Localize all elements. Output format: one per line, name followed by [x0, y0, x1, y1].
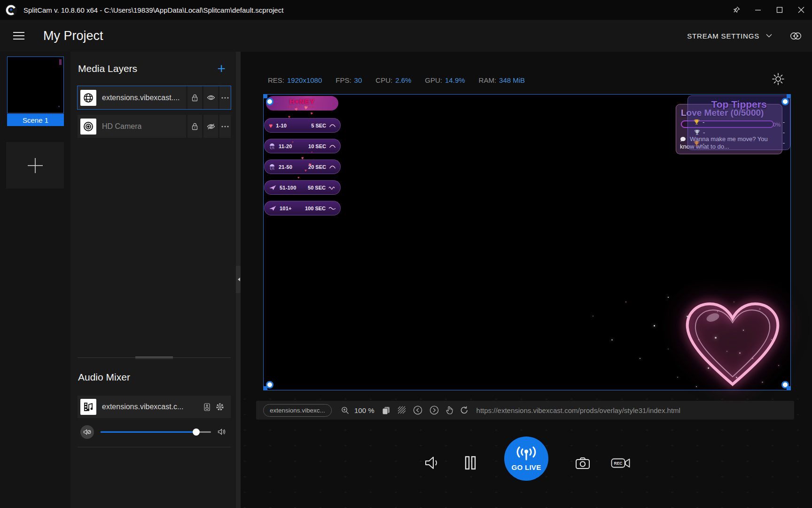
snapshot-pages-button[interactable]	[382, 406, 390, 415]
zoom-percent[interactable]: 100 %	[354, 406, 375, 414]
go-live-label: GO LIVE	[512, 463, 541, 471]
eye-slash-icon	[207, 123, 215, 130]
mute-button[interactable]	[80, 425, 94, 439]
audio-volume-row	[78, 423, 231, 440]
deco-heart-icon: ♥	[304, 104, 308, 111]
preview-canvas[interactable]: H♥NEY PLAY BOX ♥ 1-10 5 SEC 11-20 10 SEC…	[263, 94, 791, 390]
lock-icon	[191, 94, 198, 102]
tipper-amount2: -	[783, 129, 785, 136]
audio-mixer-title: Audio Mixer	[78, 372, 130, 383]
tip-tier-row: 21-50 20 SEC	[264, 159, 341, 174]
gear-icon	[216, 403, 224, 411]
sparkle-dot	[734, 302, 734, 302]
refresh-button[interactable]	[460, 406, 468, 414]
sparkle-dot	[677, 377, 678, 378]
stream-settings-dropdown[interactable]: STREAM SETTINGS	[687, 32, 772, 40]
resize-anchor[interactable]	[263, 94, 267, 98]
navigate-back-button[interactable]	[413, 405, 422, 415]
maximize-button[interactable]	[769, 0, 790, 20]
volume-slider[interactable]	[101, 431, 211, 433]
pin-icon	[733, 6, 740, 14]
app-header: My Project STREAM SETTINGS	[0, 20, 812, 52]
audio-monitor-button[interactable]	[204, 403, 210, 411]
pause-preview-button[interactable]	[465, 456, 476, 470]
source-name-chip[interactable]: extensions.vibexc...	[263, 404, 332, 417]
close-button[interactable]	[790, 0, 812, 20]
theme-toggle-icon[interactable]	[790, 32, 802, 40]
selection-handle[interactable]	[781, 98, 789, 105]
sparkle-dot	[687, 316, 688, 317]
layer-row-hd-camera[interactable]: HD Camera	[78, 115, 231, 138]
layer-name: HD Camera	[102, 122, 141, 131]
sparkle-dot	[625, 302, 626, 302]
audio-settings-button[interactable]	[216, 403, 224, 411]
scene-thumbnail[interactable]	[7, 56, 64, 113]
lock-layer-button[interactable]	[187, 115, 202, 138]
zoom-button[interactable]	[341, 406, 349, 414]
gold-trophy-icon	[694, 119, 700, 125]
sparkle-dot	[696, 386, 697, 387]
preview-brightness-button[interactable]	[772, 72, 785, 86]
more-dots-icon	[221, 97, 229, 99]
collapse-left-icon	[237, 277, 241, 282]
sparkle-dot	[778, 365, 779, 366]
refresh-icon	[460, 406, 468, 414]
speaker-icon	[218, 429, 226, 435]
deco-heart-icon: ♥	[292, 141, 294, 143]
heart-glow-graphic	[676, 296, 789, 390]
vibe-wave-icon	[329, 165, 336, 169]
resize-anchor[interactable]	[787, 94, 791, 98]
layer-menu-button[interactable]	[219, 115, 231, 138]
selection-handle[interactable]	[266, 381, 273, 389]
preview-audio-button[interactable]	[424, 456, 440, 469]
lock-layer-button[interactable]	[187, 86, 202, 109]
screenshot-button[interactable]	[575, 457, 590, 469]
selection-handle[interactable]	[781, 381, 789, 389]
plus-icon	[26, 157, 44, 175]
add-scene-button[interactable]	[6, 142, 64, 189]
layer-row-browser[interactable]: extensions.vibexcast....	[78, 86, 231, 109]
selection-handle[interactable]	[266, 98, 273, 105]
scene-thumb-overlay-speck	[59, 59, 62, 65]
toggle-visibility-button[interactable]	[203, 86, 218, 109]
sparkle-dot	[715, 337, 717, 339]
sparkle-dot	[698, 339, 699, 340]
menu-button[interactable]	[13, 30, 24, 42]
top-tippers-widget[interactable]: Top Tippers - - - - - -	[687, 95, 790, 150]
photo-camera-icon	[575, 457, 590, 469]
source-url[interactable]: https://extensions.vibexcast.com/prods/o…	[476, 406, 680, 414]
project-title: My Project	[43, 29, 103, 43]
scene-name-badge[interactable]: Scene 1	[7, 114, 64, 126]
navigate-forward-button[interactable]	[429, 405, 439, 415]
panel-resize-divider[interactable]	[78, 357, 231, 358]
jellyfish-icon	[269, 143, 275, 150]
broadcast-icon	[515, 446, 538, 460]
sparkle-dot	[640, 358, 640, 359]
divider-grip[interactable]	[135, 357, 173, 359]
audio-channel-name: extensions.vibexcast.c...	[102, 403, 183, 411]
toggle-visibility-button[interactable]	[203, 115, 218, 138]
deco-heart-icon: ♥	[297, 176, 299, 179]
layer-menu-button[interactable]	[219, 86, 231, 109]
go-live-button[interactable]: GO LIVE	[504, 437, 548, 481]
vibe-wave-icon	[329, 144, 336, 149]
interact-button[interactable]	[446, 406, 453, 415]
preview-area: + + + + + + + + + + + + + + + + + + + + …	[241, 52, 812, 508]
record-button[interactable]: REC	[611, 457, 631, 469]
eye-icon	[207, 95, 215, 101]
tip-tier-row: ♥ 1-10 5 SEC	[264, 118, 341, 133]
pin-window-button[interactable]	[726, 0, 747, 20]
cpu-value: 2.6%	[395, 76, 411, 84]
transparency-button[interactable]	[398, 406, 406, 414]
magnifier-plus-icon	[341, 406, 349, 414]
sparkle-dot	[611, 339, 613, 341]
sparkle-dot	[743, 330, 744, 331]
add-layer-button[interactable]: +	[217, 64, 226, 73]
minimize-button[interactable]	[747, 0, 769, 20]
ram-label: RAM:	[479, 76, 497, 84]
speaker-icon	[424, 456, 440, 469]
tip-menu-header: H♥NEY PLAY BOX	[266, 96, 338, 111]
volume-slider-knob[interactable]	[193, 429, 200, 436]
back-circle-icon	[413, 405, 422, 415]
res-value: 1920x1080	[287, 76, 322, 84]
